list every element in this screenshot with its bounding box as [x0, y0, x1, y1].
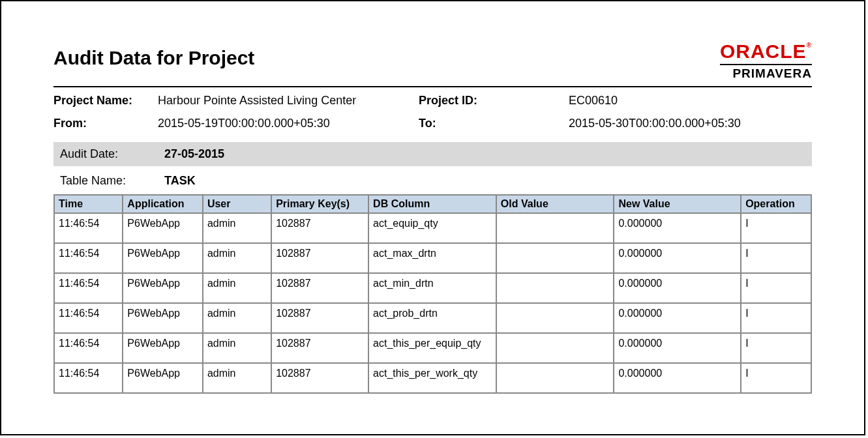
col-header-time: Time	[54, 195, 123, 213]
cell-operation: I	[741, 213, 811, 243]
cell-primary-key: 102887	[271, 363, 368, 393]
cell-db-column: act_min_drtn	[368, 273, 496, 303]
cell-old-value	[496, 303, 614, 333]
cell-new-value: 0.000000	[614, 273, 741, 303]
cell-primary-key: 102887	[271, 213, 368, 243]
cell-db-column: act_this_per_equip_qty	[368, 333, 496, 363]
table-name-value: TASK	[164, 174, 196, 188]
cell-new-value: 0.000000	[614, 213, 741, 243]
cell-new-value: 0.000000	[614, 363, 741, 393]
oracle-wordmark: ORACLE®	[720, 40, 812, 63]
cell-application: P6WebApp	[123, 213, 203, 243]
audit-table: Time Application User Primary Key(s) DB …	[53, 194, 812, 394]
cell-operation: I	[741, 333, 811, 363]
cell-operation: I	[741, 303, 811, 333]
primavera-wordmark: PRIMAVERA	[720, 64, 812, 81]
cell-operation: I	[741, 273, 811, 303]
from-label: From:	[53, 117, 158, 130]
col-header-db-column: DB Column	[368, 195, 496, 213]
cell-user: admin	[203, 363, 271, 393]
table-row: 11:46:54P6WebAppadmin102887act_this_per_…	[54, 363, 811, 393]
audit-date-value: 27-05-2015	[164, 147, 224, 161]
to-label: To:	[419, 117, 569, 130]
cell-user: admin	[203, 273, 271, 303]
project-name-value: Harbour Pointe Assisted Living Center	[158, 94, 419, 108]
cell-db-column: act_max_drtn	[368, 243, 496, 273]
col-header-old-value: Old Value	[496, 195, 614, 213]
cell-db-column: act_equip_qty	[368, 213, 496, 243]
col-header-user: User	[203, 195, 271, 213]
table-name-row: Table Name: TASK	[53, 174, 812, 188]
cell-time: 11:46:54	[54, 273, 123, 303]
cell-application: P6WebApp	[123, 363, 203, 393]
report-title: Audit Data for Project	[53, 47, 254, 69]
cell-time: 11:46:54	[54, 333, 123, 363]
cell-db-column: act_prob_drtn	[368, 303, 496, 333]
cell-time: 11:46:54	[54, 213, 123, 243]
cell-user: admin	[203, 303, 271, 333]
col-header-new-value: New Value	[614, 195, 741, 213]
cell-old-value	[496, 243, 614, 273]
cell-application: P6WebApp	[123, 303, 203, 333]
cell-time: 11:46:54	[54, 363, 123, 393]
cell-new-value: 0.000000	[614, 243, 741, 273]
cell-application: P6WebApp	[123, 333, 203, 363]
cell-operation: I	[741, 243, 811, 273]
audit-date-bar: Audit Date: 27-05-2015	[53, 142, 812, 166]
report-page: Audit Data for Project ORACLE® PRIMAVERA…	[0, 0, 865, 435]
table-row: 11:46:54P6WebAppadmin102887act_this_per_…	[54, 333, 811, 363]
project-meta: Project Name: Harbour Pointe Assisted Li…	[53, 94, 812, 130]
cell-application: P6WebApp	[123, 243, 203, 273]
cell-old-value	[496, 333, 614, 363]
table-row: 11:46:54P6WebAppadmin102887act_prob_drtn…	[54, 303, 811, 333]
table-row: 11:46:54P6WebAppadmin102887act_equip_qty…	[54, 213, 811, 243]
cell-old-value	[496, 273, 614, 303]
cell-old-value	[496, 213, 614, 243]
cell-old-value	[496, 363, 614, 393]
audit-table-header-row: Time Application User Primary Key(s) DB …	[54, 195, 811, 213]
col-header-operation: Operation	[741, 195, 811, 213]
cell-new-value: 0.000000	[614, 303, 741, 333]
report-header: Audit Data for Project ORACLE® PRIMAVERA	[53, 34, 812, 81]
cell-time: 11:46:54	[54, 243, 123, 273]
cell-user: admin	[203, 243, 271, 273]
cell-application: P6WebApp	[123, 273, 203, 303]
cell-user: admin	[203, 333, 271, 363]
cell-new-value: 0.000000	[614, 333, 741, 363]
cell-primary-key: 102887	[271, 273, 368, 303]
col-header-application: Application	[123, 195, 203, 213]
project-name-label: Project Name:	[53, 94, 158, 108]
cell-primary-key: 102887	[271, 303, 368, 333]
project-id-value: EC00610	[569, 94, 812, 108]
project-id-label: Project ID:	[419, 94, 569, 108]
table-name-label: Table Name:	[60, 174, 164, 188]
col-header-primary-keys: Primary Key(s)	[271, 195, 368, 213]
to-value: 2015-05-30T00:00:00.000+05:30	[569, 117, 812, 130]
header-divider	[53, 86, 812, 87]
from-value: 2015-05-19T00:00:00.000+05:30	[158, 117, 419, 130]
cell-operation: I	[741, 363, 811, 393]
report-content: Audit Data for Project ORACLE® PRIMAVERA…	[1, 1, 864, 394]
cell-user: admin	[203, 213, 271, 243]
table-row: 11:46:54P6WebAppadmin102887act_max_drtn0…	[54, 243, 811, 273]
cell-primary-key: 102887	[271, 333, 368, 363]
audit-date-label: Audit Date:	[60, 147, 164, 161]
table-row: 11:46:54P6WebAppadmin102887act_min_drtn0…	[54, 273, 811, 303]
cell-primary-key: 102887	[271, 243, 368, 273]
cell-db-column: act_this_per_work_qty	[368, 363, 496, 393]
cell-time: 11:46:54	[54, 303, 123, 333]
oracle-primavera-logo: ORACLE® PRIMAVERA	[720, 40, 812, 81]
